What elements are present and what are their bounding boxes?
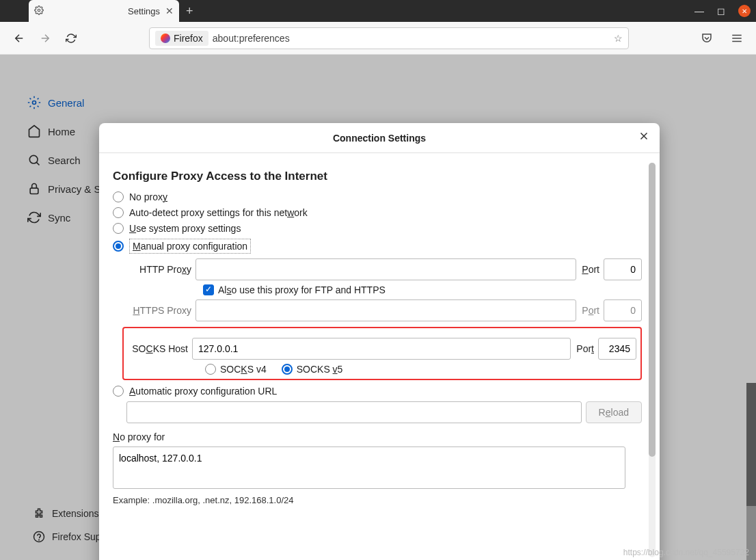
port-label: Port	[582, 264, 599, 275]
also-use-row[interactable]: Also use this proxy for FTP and HTTPS	[203, 284, 642, 295]
socks-highlight: SOCKS Host Port SOCKS v4 SOCKS v5	[122, 327, 642, 380]
radio-label: SOCKS v5	[297, 364, 343, 375]
bookmark-star-icon[interactable]: ☆	[614, 33, 623, 44]
dialog-header: Connection Settings	[99, 123, 660, 153]
url-text: about:preferences	[213, 33, 290, 44]
http-proxy-row: HTTP Proxy Port	[126, 258, 642, 280]
port-label: Port	[576, 343, 594, 354]
radio-label: Auto-detect proxy settings for this netw…	[129, 207, 308, 218]
pocket-icon[interactable]	[697, 29, 716, 48]
radio-icon[interactable]	[113, 191, 124, 202]
radio-label: Manual proxy configuration	[129, 239, 251, 254]
reload-button[interactable]	[62, 29, 81, 48]
gear-icon	[34, 5, 44, 17]
port-label: Port	[582, 305, 599, 316]
browser-tab[interactable]: Settings ✕	[29, 0, 179, 22]
http-proxy-label: HTTP Proxy	[126, 264, 191, 275]
radio-pac[interactable]: Automatic proxy configuration URL	[113, 386, 642, 397]
socks-port-input[interactable]	[598, 338, 636, 360]
https-proxy-label: HTTPS Proxy	[126, 305, 191, 316]
radio-label: Use system proxy settings	[129, 223, 241, 234]
radio-icon[interactable]	[113, 223, 124, 234]
pac-url-row: Reload	[126, 401, 642, 423]
menu-icon[interactable]	[727, 29, 746, 48]
radio-no-proxy[interactable]: No proxy	[113, 191, 642, 202]
scrollbar-thumb[interactable]	[649, 163, 656, 457]
forward-button[interactable]	[36, 29, 55, 48]
https-proxy-row: HTTPS Proxy Port	[126, 299, 642, 321]
new-tab-button[interactable]: +	[186, 4, 193, 18]
minimize-icon[interactable]: —	[694, 6, 704, 16]
radio-label: SOCKS v4	[220, 364, 267, 375]
page-scrollbar[interactable]	[746, 383, 756, 560]
radio-manual-proxy[interactable]: Manual proxy configuration	[113, 239, 642, 254]
no-proxy-for-input[interactable]	[113, 446, 625, 489]
radio-socks-v4[interactable]: SOCKS v4	[205, 364, 267, 375]
radio-icon[interactable]	[113, 241, 124, 252]
identity-box[interactable]: Firefox	[155, 31, 208, 46]
browser-toolbar: Firefox about:preferences ☆	[0, 22, 756, 55]
no-proxy-for-label: No proxy for	[113, 431, 642, 442]
dialog-body: Configure Proxy Access to the Internet N…	[99, 153, 660, 560]
also-use-label: Also use this proxy for FTP and HTTPS	[218, 284, 386, 295]
pac-url-input[interactable]	[126, 401, 582, 423]
http-proxy-input[interactable]	[195, 258, 576, 280]
radio-auto-detect[interactable]: Auto-detect proxy settings for this netw…	[113, 207, 642, 218]
url-bar[interactable]: Firefox about:preferences ☆	[149, 27, 629, 49]
no-proxy-for-section: No proxy for Example: .mozilla.org, .net…	[113, 431, 642, 505]
radio-label: Automatic proxy configuration URL	[129, 386, 277, 397]
close-tab-icon[interactable]: ✕	[165, 5, 174, 16]
firefox-icon	[161, 34, 170, 43]
https-port-input	[604, 299, 642, 321]
svg-point-0	[38, 9, 40, 12]
radio-icon[interactable]	[113, 207, 124, 218]
radio-icon[interactable]	[282, 364, 293, 375]
connection-settings-dialog: Connection Settings Configure Proxy Acce…	[99, 123, 660, 560]
example-text: Example: .mozilla.org, .net.nz, 192.168.…	[113, 495, 642, 505]
radio-socks-v5[interactable]: SOCKS v5	[282, 364, 343, 375]
watermark: https://blog.csdn.net/qq_45595732	[623, 548, 749, 557]
socks-host-label: SOCKS Host	[128, 343, 188, 354]
dialog-close-icon[interactable]	[638, 130, 650, 144]
radio-system-proxy[interactable]: Use system proxy settings	[113, 223, 642, 234]
socks-host-row: SOCKS Host Port	[128, 338, 636, 360]
identity-label: Firefox	[174, 33, 203, 44]
window-close-icon[interactable]: ✕	[738, 5, 751, 17]
checkbox-icon[interactable]	[203, 284, 214, 295]
preferences-page: General Home Search Privacy & Security S…	[0, 55, 756, 560]
tab-title: Settings	[49, 6, 160, 16]
https-proxy-input	[195, 299, 576, 321]
maximize-icon[interactable]: ◻	[716, 6, 726, 16]
socks-host-input[interactable]	[192, 338, 571, 360]
section-title: Configure Proxy Access to the Internet	[113, 170, 642, 183]
socks-version-row: SOCKS v4 SOCKS v5	[205, 364, 636, 375]
back-button[interactable]	[10, 29, 29, 48]
http-port-input[interactable]	[604, 258, 642, 280]
radio-icon[interactable]	[205, 364, 216, 375]
reload-button: Reload	[586, 401, 642, 423]
radio-icon[interactable]	[113, 386, 124, 397]
dialog-title: Connection Settings	[333, 133, 426, 144]
radio-label: No proxy	[129, 191, 167, 202]
window-titlebar: Settings ✕ + — ◻ ✕	[0, 0, 756, 22]
